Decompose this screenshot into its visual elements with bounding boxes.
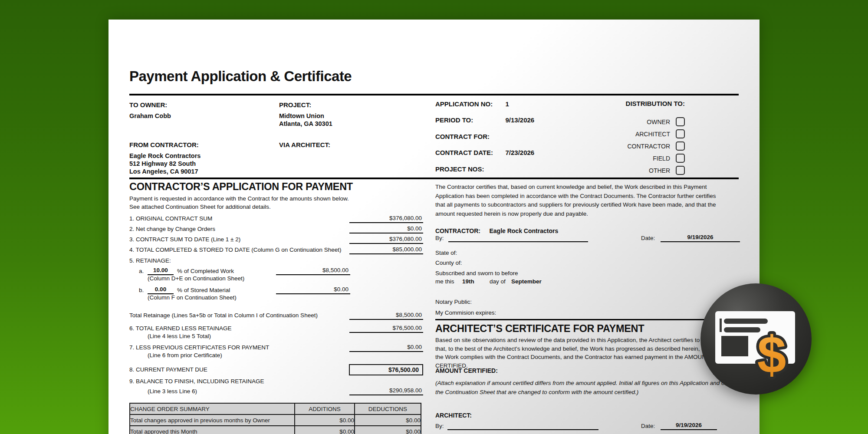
total-retainage-label: Total Retainage (Lines 5a+5b or Total in… — [129, 312, 349, 320]
line-6-amount: $76,500.00 — [349, 325, 423, 333]
change-order-row-additions: $0.00 — [295, 414, 355, 426]
me-this-label: me this — [435, 278, 454, 285]
contractor-application-section: CONTRACTOR’S APPLICATION FOR PAYMENT Pay… — [129, 181, 423, 434]
application-no-value: 1 — [505, 100, 509, 108]
distribution-option-owner: OWNER — [572, 118, 685, 125]
certification-section: The Contractor certifies that, based on … — [435, 181, 739, 434]
line-2-amount: $0.00 — [349, 225, 423, 233]
application-heading: CONTRACTOR’S APPLICATION FOR PAYMENT — [129, 181, 423, 192]
application-intro-2: See attached Continuation Sheet for addi… — [129, 204, 423, 212]
line-5a-prefix: a. — [139, 268, 148, 275]
architect-certificate-heading: ARCHITECT’S CERTIFICATE FOR PAYMENT — [435, 323, 644, 335]
change-order-header-row: CHANGE ORDER SUMMARY ADDITIONS DEDUCTION… — [130, 403, 421, 414]
contractor-checkbox[interactable] — [676, 141, 685, 151]
table-row: Total changes approved in previous month… — [130, 414, 421, 426]
change-order-summary-header: CHANGE ORDER SUMMARY — [130, 403, 295, 414]
invoice-text-bar-1 — [724, 319, 768, 324]
invoice-text-bar-2 — [724, 327, 760, 332]
current-payment-due-amount: $76,500.00 — [349, 364, 423, 375]
line-3-row: 3. CONTRACT SUM TO DATE (Line 1 ± 2) $37… — [129, 233, 423, 244]
line-3-label: 3. CONTRACT SUM TO DATE (Line 1 ± 2) — [129, 236, 349, 244]
line-5b-prefix: b. — [139, 287, 148, 294]
amount-certified-label: AMOUNT CERTIFIED: — [435, 367, 498, 374]
change-order-row-label: Total approved this Month — [130, 426, 295, 434]
distribution-option-contractor: CONTRACTOR — [572, 142, 685, 150]
other-option-label: OTHER — [649, 167, 670, 174]
architect-section-divider — [435, 319, 739, 320]
contractor-address-1: 512 Highway 82 South — [129, 160, 196, 168]
header-divider — [129, 94, 739, 95]
line-5b-note: (Column F on Continuation Sheet) — [148, 294, 423, 302]
line-9-row: (Line 3 less Line 6) $290,958.00 — [129, 386, 423, 395]
distribution-block: DISTRIBUTION TO: OWNER ARCHITECT CONTRAC… — [572, 100, 685, 174]
sworn-month-value: September — [511, 278, 542, 285]
line-8-row: 8. CURRENT PAYMENT DUE $76,500.00 — [129, 364, 423, 375]
contractor-address-2: Los Angeles, CA 90017 — [129, 168, 198, 176]
contractor-certification-text: The Contractor certifies that, based on … — [435, 183, 723, 218]
state-of-label: State of: — [435, 250, 457, 256]
distribution-label: DISTRIBUTION TO: — [572, 100, 685, 108]
to-owner-label: TO OWNER: — [129, 101, 167, 108]
line-8-label: 8. CURRENT PAYMENT DUE — [129, 366, 349, 373]
deductions-header: DEDUCTIONS — [355, 403, 421, 414]
line-5b-percent: 0.00 — [148, 286, 174, 294]
owner-name: Graham Cobb — [129, 112, 171, 120]
line-5b-amount: $0.00 — [276, 286, 350, 294]
sworn-day-value: 19th — [462, 278, 474, 285]
change-order-summary-table: CHANGE ORDER SUMMARY ADDITIONS DEDUCTION… — [129, 403, 421, 434]
architect-signature-row: By: Date: 9/19/2026 — [435, 422, 739, 430]
county-of-label: County of: — [435, 260, 462, 266]
line-5b-row: b. 0.00 % of Stored Material $0.00 — [129, 285, 423, 294]
table-row: Total approved this Month $0.00 $0.00 — [130, 426, 421, 434]
date-label: Date: — [641, 423, 655, 429]
day-of-label: day of — [490, 278, 506, 285]
application-intro-1: Payment is requested in accordance with … — [129, 195, 423, 204]
architect-checkbox[interactable] — [676, 129, 685, 138]
line-6-row: 6. TOTAL EARNED LESS RETAINAGE $76,500.0… — [129, 324, 423, 333]
payment-document-badge-icon: $ — [700, 283, 813, 396]
architect-certification-text: Based on site observations and review of… — [435, 336, 736, 370]
contract-date-label: CONTRACT DATE: — [435, 149, 503, 156]
project-nos-label: PROJECT NOS: — [435, 165, 503, 173]
contract-date-value: 7/23/2026 — [505, 149, 534, 156]
period-to-value: 9/13/2026 — [505, 116, 534, 124]
line-9-amount: $290,958.00 — [349, 387, 423, 395]
project-location: Atlanta, GA 30301 — [279, 120, 332, 128]
field-checkbox[interactable] — [676, 154, 685, 163]
owner-option-label: OWNER — [647, 118, 670, 125]
section-divider — [129, 178, 739, 179]
line-4-amount: $85,000.00 — [349, 246, 423, 254]
line-7-amount: $0.00 — [349, 344, 423, 352]
page-title: Payment Application & Certificate — [129, 68, 352, 85]
field-option-label: FIELD — [653, 155, 670, 162]
contractor-date-value: 9/19/2026 — [661, 234, 740, 242]
amount-certified-note: (Attach explanation if amount certified … — [435, 378, 736, 397]
change-order-row-additions: $0.00 — [295, 426, 355, 434]
line-5a-percent: 10.00 — [148, 267, 174, 275]
total-retainage-row: Total Retainage (Lines 5a+5b or Total in… — [129, 311, 423, 320]
contractor-name: Eagle Rock Contractors — [129, 152, 201, 160]
contract-for-label: CONTRACT FOR: — [435, 133, 503, 140]
line-2-row: 2. Net change by Change Orders $0.00 — [129, 223, 423, 233]
by-label: By: — [435, 423, 444, 429]
amount-certified-row: AMOUNT CERTIFIED: — [435, 367, 739, 375]
line-5b-text: % of Stored Material — [177, 287, 276, 294]
dollar-sign-icon: $ — [757, 326, 786, 384]
architect-option-label: ARCHITECT — [635, 131, 670, 138]
distribution-option-architect: ARCHITECT — [572, 130, 685, 138]
invoice-margin-line — [720, 319, 722, 332]
change-order-row-deductions: $0.00 — [355, 414, 421, 426]
architect-label: ARCHITECT: — [435, 412, 472, 419]
line-7-note: (Line 6 from prior Certificate) — [148, 352, 423, 360]
sworn-line: Subscribed and sworn to before — [435, 270, 518, 276]
owner-checkbox[interactable] — [676, 117, 685, 126]
line-1-row: 1. ORIGINAL CONTRACT SUM $376,080.00 — [129, 213, 423, 223]
invoice-block — [721, 336, 748, 356]
notary-public-label: Notary Public: — [435, 299, 472, 305]
project-label: PROJECT: — [279, 101, 311, 108]
from-contractor-label: FROM CONTRACTOR: — [129, 141, 199, 148]
line-5a-note: (Column D+E on Continuation Sheet) — [148, 275, 423, 283]
other-checkbox[interactable] — [676, 166, 685, 175]
line-6-note: (Line 4 less Line 5 Total) — [148, 333, 423, 341]
line-5a-amount: $8,500.00 — [276, 267, 350, 275]
